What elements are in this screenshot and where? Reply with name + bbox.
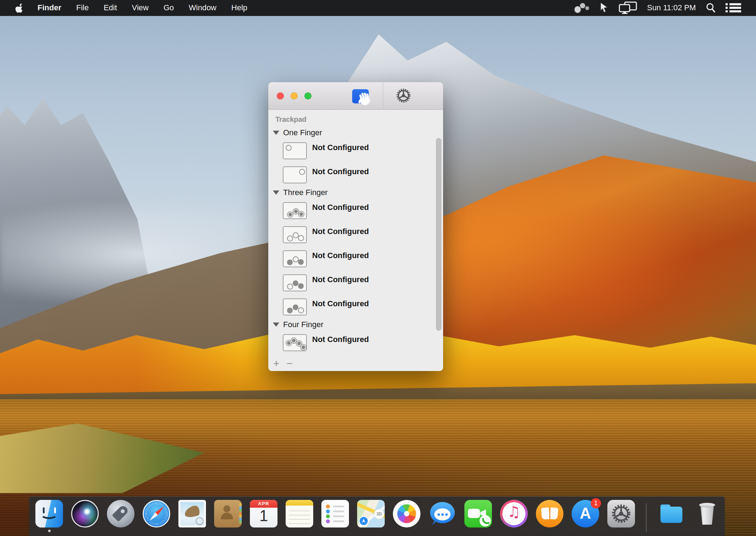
add-gesture-button[interactable]: + [273,358,280,369]
trackpad-pattern-icon [283,334,307,351]
gesture-dots-icon[interactable] [574,2,590,13]
minimize-button[interactable] [291,92,298,99]
dock: APR13D♫A1 [29,496,725,536]
menu-item-go[interactable]: Go [156,0,181,16]
dock-photos-icon[interactable] [393,500,420,528]
notification-center-icon[interactable] [726,2,741,13]
window-content: Trackpad One FingerNot ConfiguredNot Con… [268,110,443,371]
apple-menu[interactable] [15,3,23,13]
disclosure-triangle-icon[interactable] [273,190,279,195]
dock-notes-icon[interactable] [286,500,313,528]
scrollbar-thumb[interactable] [436,138,441,331]
gesture-row[interactable]: Not Configured [283,274,443,291]
menu-clock[interactable]: Sun 11:02 PM [647,3,696,12]
gesture-action-label: Not Configured [312,167,369,176]
displays-icon[interactable] [618,1,637,14]
menu-item-view[interactable]: View [125,0,156,16]
gesture-action-label: Not Configured [312,227,369,236]
finger-dot-filled [293,280,298,286]
ibooks-icon-art [536,500,563,528]
gesture-list: One FingerNot ConfiguredNot ConfiguredTh… [268,128,443,351]
dock-facetime-icon[interactable] [464,500,492,528]
apple-icon [15,3,23,13]
trackpad-pattern-icon [283,250,307,267]
dock-launchpad-icon[interactable] [107,500,134,528]
dock-calendar-icon[interactable]: APR1 [250,500,277,528]
calendar-month-label: APR [250,501,277,506]
section-header-three-finger[interactable]: Three Finger [273,188,443,197]
dock-contacts-icon[interactable] [214,500,242,528]
menu-item-finder[interactable]: Finder [30,0,69,16]
menu-item-help[interactable]: Help [224,0,255,16]
gesture-row[interactable]: Not Configured [283,298,443,315]
finger-dot-outline [286,145,292,151]
dock-appstore-icon[interactable]: A1 [572,500,599,528]
dock-divider [646,503,647,532]
section-label: Three Finger [283,188,328,197]
dock-system-preferences-icon[interactable] [607,500,635,528]
dock-reminders-icon[interactable] [321,500,349,528]
trackpad-pattern-icon [283,298,307,315]
folder-icon-art [658,500,685,528]
siri-icon-art [71,500,99,528]
notification-badge: 1 [591,498,601,508]
spotlight-search-icon[interactable] [705,2,716,13]
dock-messages-icon[interactable] [429,500,456,528]
close-button[interactable] [277,92,284,99]
dock-mail-icon[interactable] [178,500,206,528]
dock-itunes-icon[interactable]: ♫ [500,500,528,528]
finger-dot-filled [298,259,304,265]
finger-dot-filled [287,260,293,265]
music-note-icon: ♫ [500,503,528,520]
section-label: One Finger [283,128,322,137]
facetime-icon-art [464,500,492,528]
gesture-row[interactable]: Not Configured [283,142,443,159]
dock-finder-icon[interactable] [35,500,63,528]
finger-dot-ring [287,211,293,218]
dock-folder-icon[interactable] [658,500,685,528]
notes-icon-art [286,500,313,528]
finger-dot-outline [298,235,304,241]
disclosure-triangle-icon[interactable] [273,131,279,135]
window-titlebar[interactable] [268,82,443,110]
section-header-one-finger[interactable]: One Finger [273,128,443,137]
finger-dot-filled [298,283,304,289]
menu-item-window[interactable]: Window [181,0,224,16]
finger-dot-outline [298,307,304,313]
dock-ibooks-icon[interactable] [536,500,563,528]
dock-maps-icon[interactable]: 3D [357,500,385,528]
trackpad-gestures-tab[interactable] [352,89,369,103]
gesture-row[interactable]: Not Configured [283,250,443,267]
gesture-row[interactable]: Not Configured [283,334,443,351]
dock-safari-icon[interactable] [143,500,170,528]
gesture-row[interactable]: Not Configured [283,202,443,219]
finger-dot-outline [287,235,293,241]
gesture-action-label: Not Configured [312,275,369,284]
section-label: Four Finger [283,320,323,329]
section-header-four-finger[interactable]: Four Finger [273,320,443,329]
shared-cursor-icon[interactable] [600,2,609,13]
gesture-row[interactable]: Not Configured [283,166,443,183]
gesture-action-label: Not Configured [312,299,369,308]
gesture-row[interactable]: Not Configured [283,226,443,243]
trackpad-pattern-icon [283,166,307,183]
gear-icon [396,88,411,105]
gesture-list-footer: + − [273,358,293,369]
menu-item-file[interactable]: File [69,0,96,16]
dock-trash-icon[interactable] [693,500,721,528]
menu-item-edit[interactable]: Edit [96,0,125,16]
settings-tab[interactable] [396,89,411,104]
trackpad-pattern-icon [283,274,307,291]
zoom-button[interactable] [304,92,311,99]
finger-dot-ring [298,211,304,217]
trackpad-gestures-window: Trackpad One FingerNot ConfiguredNot Con… [268,82,443,371]
mail-icon-art [178,500,206,528]
finger-dot-outline [287,284,293,290]
gesture-action-label: Not Configured [312,203,369,212]
trackpad-list-title: Trackpad [275,115,443,124]
dock-siri-icon[interactable] [71,500,99,528]
trackpad-pattern-icon [283,142,307,159]
disclosure-triangle-icon[interactable] [273,323,279,327]
remove-gesture-button[interactable]: − [287,358,293,369]
trackpad-pattern-icon [283,226,307,243]
